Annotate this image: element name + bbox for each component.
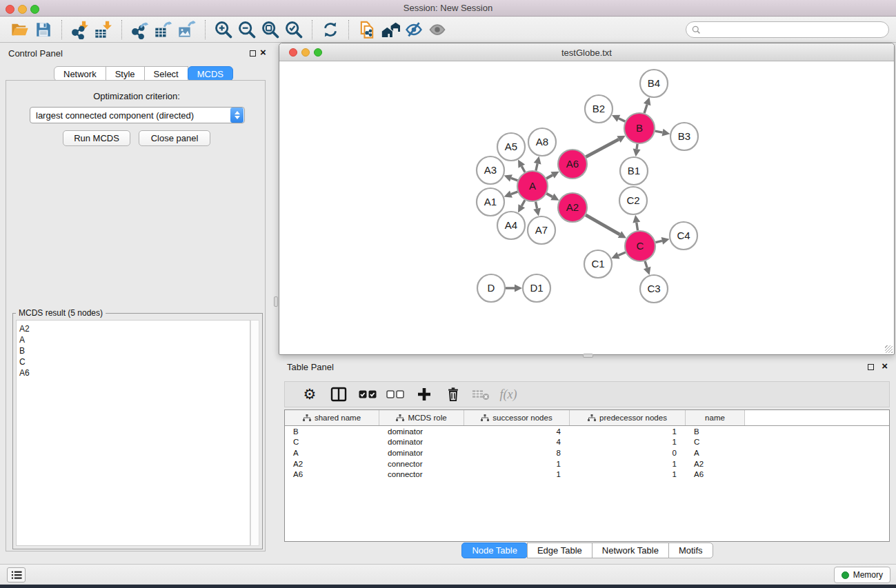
graph-edge-C-C1[interactable]	[618, 252, 625, 255]
list-item[interactable]: A6	[19, 367, 250, 378]
tab-mcds[interactable]: MCDS	[188, 66, 233, 81]
close-panel-icon[interactable]: ×	[882, 361, 888, 372]
table-cell[interactable]: connector	[379, 470, 464, 478]
close-panel-button[interactable]: Close panel	[139, 130, 210, 146]
graph-edge-A-A1[interactable]	[511, 192, 518, 194]
export-table-button[interactable]	[152, 19, 175, 41]
memory-button[interactable]: Memory	[834, 567, 890, 583]
table-options-button[interactable]: ⚙	[297, 383, 322, 405]
open-file-button[interactable]	[8, 19, 32, 41]
table-cell[interactable]: 1	[570, 460, 686, 468]
close-panel-icon[interactable]: ×	[260, 47, 266, 58]
window-resize-handle[interactable]	[885, 345, 893, 353]
column-header-shared-name[interactable]: shared name	[285, 410, 379, 425]
table-cell[interactable]: dominator	[379, 427, 464, 436]
graph-edge-A-A4[interactable]	[521, 200, 525, 206]
network-canvas[interactable]: B4B2BB3A5A8A6A3B1AA1C2A2A4A7C4CC1C3DD1	[280, 62, 893, 354]
tab-edge-table[interactable]: Edge Table	[527, 543, 593, 558]
toggle-visibility-button[interactable]	[402, 19, 426, 41]
result-scrollbar[interactable]	[250, 320, 259, 546]
table-cell[interactable]: 1	[570, 470, 686, 478]
export-image-button[interactable]	[175, 19, 199, 41]
graph-edge-B-B1[interactable]	[637, 144, 637, 149]
table-cell[interactable]: A6	[285, 470, 379, 478]
save-session-button[interactable]	[32, 19, 55, 41]
search-input[interactable]	[704, 23, 888, 37]
vertical-splitter-handle[interactable]	[274, 296, 278, 307]
zoom-selected-button[interactable]	[282, 19, 306, 41]
copy-network-button[interactable]	[355, 19, 379, 41]
import-table-button[interactable]	[92, 19, 115, 41]
column-header-predecessor-nodes[interactable]: predecessor nodes	[570, 410, 686, 425]
import-network-button[interactable]	[68, 19, 92, 41]
graph-edge-A6-B[interactable]	[586, 139, 619, 157]
column-header-name[interactable]: name	[686, 410, 745, 425]
run-mcds-button[interactable]: Run MCDS	[63, 130, 130, 146]
table-cell[interactable]: B	[285, 427, 379, 436]
select-all-button[interactable]	[355, 383, 380, 405]
home-button[interactable]	[379, 19, 402, 41]
table-cell[interactable]: C	[686, 438, 745, 446]
table-cell[interactable]: 4	[464, 438, 570, 446]
table-cell[interactable]: dominator	[379, 438, 464, 446]
graph-edge-A-A7[interactable]	[536, 202, 537, 209]
tab-network-table[interactable]: Network Table	[592, 543, 669, 558]
tab-network[interactable]: Network	[54, 66, 106, 81]
tab-select[interactable]: Select	[144, 66, 188, 81]
column-header-MCDS-role[interactable]: MCDS role	[379, 410, 464, 425]
tab-motifs[interactable]: Motifs	[668, 543, 713, 558]
list-item[interactable]: A2	[19, 323, 250, 334]
graph-edge-B-B3[interactable]	[655, 131, 663, 132]
graph-edge-B-B2[interactable]	[619, 119, 625, 121]
unselect-all-button[interactable]	[383, 383, 408, 405]
list-item[interactable]: A	[19, 334, 250, 345]
table-cell[interactable]: 1	[570, 438, 686, 446]
split-view-button[interactable]	[326, 383, 351, 405]
table-row[interactable]: Bdominator41B	[285, 426, 889, 437]
table-row[interactable]: A6connector11A6	[285, 469, 889, 480]
zoom-fit-button[interactable]	[259, 19, 282, 41]
table-cell[interactable]: A6	[686, 470, 745, 478]
tab-style[interactable]: Style	[106, 66, 145, 81]
graph-edge-A-A3[interactable]	[511, 178, 518, 181]
graph-edge-A2-C[interactable]	[586, 215, 619, 234]
table-cell[interactable]: A2	[285, 460, 379, 468]
table-row[interactable]: Adominator80A	[285, 447, 889, 458]
network-graph-svg[interactable]: B4B2BB3A5A8A6A3B1AA1C2A2A4A7C4CC1C3DD1	[280, 62, 895, 354]
show-graphics-details-button[interactable]	[426, 19, 449, 41]
graph-edge-A-A6[interactable]	[546, 175, 552, 179]
float-panel-icon[interactable]	[868, 364, 874, 370]
table-cell[interactable]: 4	[464, 427, 570, 436]
table-cell[interactable]: 8	[464, 449, 570, 457]
delete-table-button[interactable]	[468, 383, 493, 405]
list-item[interactable]: B	[19, 345, 250, 356]
network-window-titlebar[interactable]: testGlobe.txt	[279, 43, 894, 61]
table-cell[interactable]: connector	[379, 460, 464, 468]
delete-column-button[interactable]	[441, 383, 466, 405]
table-cell[interactable]: 1	[570, 427, 686, 436]
table-cell[interactable]: 1	[464, 460, 570, 468]
graph-edge-A-A2[interactable]	[546, 194, 552, 197]
table-row[interactable]: A2connector11A2	[285, 458, 889, 469]
tab-node-table[interactable]: Node Table	[461, 543, 528, 558]
table-cell[interactable]: C	[285, 438, 379, 446]
graph-edge-A-A8[interactable]	[536, 163, 537, 170]
export-network-button[interactable]	[128, 19, 152, 41]
graph-edge-B-B4[interactable]	[644, 104, 647, 113]
function-builder-button[interactable]: f(x)	[496, 383, 521, 405]
float-panel-icon[interactable]	[250, 50, 256, 57]
list-item[interactable]: C	[19, 356, 250, 367]
graph-edge-C-C2[interactable]	[637, 223, 638, 231]
table-cell[interactable]: A2	[686, 460, 745, 468]
graph-edge-A-A5[interactable]	[521, 166, 525, 172]
table-cell[interactable]: B	[686, 427, 745, 436]
refresh-view-button[interactable]	[319, 19, 342, 41]
zoom-in-button[interactable]	[212, 19, 235, 41]
table-cell[interactable]: 1	[464, 470, 570, 478]
add-column-button[interactable]	[412, 383, 437, 405]
graph-edge-C-C3[interactable]	[645, 261, 647, 268]
table-cell[interactable]: A	[285, 449, 379, 457]
table-cell[interactable]: 0	[570, 449, 686, 457]
table-row[interactable]: Cdominator41C	[285, 437, 889, 448]
optimization-criterion-select[interactable]: largest connected component (directed)	[30, 107, 245, 123]
